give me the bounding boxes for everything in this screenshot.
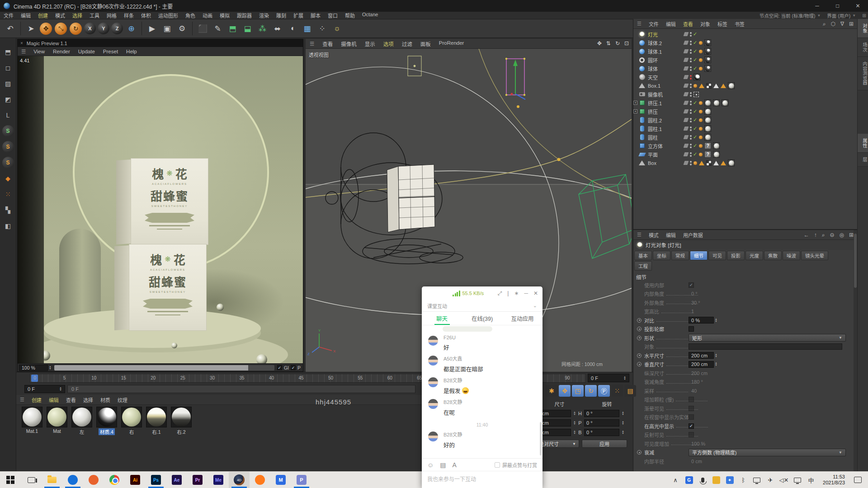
emoji-icon[interactable]: ☺: [427, 461, 434, 469]
enabled-check-icon[interactable]: ✓: [693, 48, 697, 54]
chat-section-dropdown[interactable]: 课堂互动⌄: [422, 300, 542, 312]
enabled-check-icon[interactable]: ✓: [693, 143, 697, 149]
live-selection-icon[interactable]: ➤: [24, 21, 38, 36]
edges-mode-icon[interactable]: S: [2, 157, 14, 169]
material-item[interactable]: 材质.4: [95, 407, 118, 435]
taskbar-clock[interactable]: 11:53 2021/8/23: [818, 474, 849, 486]
visibility-dots[interactable]: [690, 32, 692, 37]
stepper-icon[interactable]: ▲▼: [573, 430, 576, 435]
hamburger-icon[interactable]: ☰: [21, 48, 26, 55]
phong-tag[interactable]: [699, 41, 703, 45]
viewport-menu-面板[interactable]: 面板: [416, 40, 435, 47]
scale-icon[interactable]: ⤡: [55, 23, 67, 35]
在高光中显示-checkbox[interactable]: [689, 423, 694, 429]
enabled-check-icon[interactable]: ✓: [693, 100, 697, 106]
light-tool-icon[interactable]: ☼: [330, 21, 344, 36]
render-view-icon[interactable]: ▶: [145, 21, 160, 36]
tab-焦散[interactable]: 焦散: [764, 251, 782, 260]
attr-menu-编辑[interactable]: 编辑: [662, 231, 679, 239]
render-settings-icon[interactable]: ⚙: [175, 21, 189, 36]
phong-tag[interactable]: [699, 153, 703, 156]
material-tag[interactable]: [704, 65, 711, 72]
material-tag[interactable]: [722, 99, 728, 106]
notification-center-icon[interactable]: [854, 477, 862, 483]
object-row[interactable]: 球体✓: [633, 64, 857, 73]
uc-browser[interactable]: [250, 472, 270, 488]
selection-tag[interactable]: [721, 84, 726, 88]
lock-y-icon[interactable]: Y: [98, 23, 109, 34]
key-scale-icon[interactable]: ◳: [572, 385, 584, 397]
start-button[interactable]: [0, 472, 21, 488]
material-menu-纹理[interactable]: 纹理: [114, 396, 131, 404]
tab-细节[interactable]: 细节: [690, 251, 708, 260]
visibility-dots[interactable]: [690, 109, 692, 114]
衰减-dropdown[interactable]: 平方倒数 (物理精度)▼: [689, 449, 846, 456]
viewport-menu-ProRender[interactable]: ProRender: [435, 40, 468, 47]
target-icon[interactable]: ◎: [839, 232, 844, 238]
chat-tab-聊天[interactable]: 聊天: [422, 312, 462, 325]
material-tag[interactable]: [704, 99, 711, 106]
visibility-dots[interactable]: [690, 118, 692, 122]
viewport-menu-查看[interactable]: 查看: [318, 40, 337, 47]
spline-pen-icon[interactable]: ✎: [210, 21, 225, 36]
path-icon[interactable]: ⬡: [830, 21, 835, 27]
up-icon[interactable]: ↑: [814, 232, 817, 238]
material-item[interactable]: 右: [120, 407, 143, 435]
volume-icon[interactable]: ⬓: [240, 21, 255, 36]
material-tag[interactable]: [704, 117, 711, 123]
tray-bluetooth-icon[interactable]: ᛒ: [737, 472, 750, 488]
enabled-check-icon[interactable]: ✓: [693, 134, 697, 140]
side-tab-场次[interactable]: 场次: [858, 38, 868, 57]
material-thumbnail[interactable]: [171, 407, 192, 427]
minimize-icon[interactable]: ─: [524, 290, 528, 296]
object-name[interactable]: Box: [648, 160, 682, 166]
panel-icon[interactable]: ⊞: [849, 21, 854, 27]
phong-tag[interactable]: [699, 118, 703, 122]
visibility-dots[interactable]: [690, 41, 692, 45]
menu-Octane[interactable]: Octane: [359, 12, 382, 19]
material-tag[interactable]: [713, 99, 720, 106]
visibility-dots[interactable]: [690, 92, 692, 97]
viewport-pan-icon[interactable]: ✥: [597, 40, 602, 47]
layout-panel-icon[interactable]: ⊞: [862, 13, 866, 18]
viewport-menu-显示[interactable]: 显示: [361, 40, 379, 47]
object-name[interactable]: 圆柱.2: [648, 117, 682, 124]
material-tag[interactable]: [704, 39, 711, 46]
stepper-icon[interactable]: ▲▼: [715, 353, 717, 358]
phong-tag[interactable]: [699, 127, 703, 131]
texture-mode-icon[interactable]: ▨: [2, 78, 14, 89]
unknown-texture-tag[interactable]: ?: [704, 142, 711, 149]
chat-tab-互动应用[interactable]: 互动应用: [502, 312, 542, 325]
stepper-icon[interactable]: ▲▼: [573, 411, 576, 416]
menu-编辑[interactable]: 编辑: [17, 12, 34, 19]
selection-tag[interactable]: [721, 161, 726, 165]
visibility-dots[interactable]: [690, 144, 692, 148]
key-rotation-icon[interactable]: ↻: [585, 385, 597, 397]
progressive-checkbox[interactable]: [291, 365, 296, 370]
menu-渲染[interactable]: 渲染: [255, 12, 273, 19]
snap-enable-icon[interactable]: ⁙: [2, 188, 14, 200]
cinema4d[interactable]: 4D: [229, 472, 250, 488]
p-app[interactable]: P: [291, 472, 312, 488]
object-row[interactable]: 摄像机: [633, 90, 857, 99]
tray-volume-muted-icon[interactable]: ◁✕: [778, 472, 790, 488]
chat-scrollbar[interactable]: [540, 422, 542, 455]
m-app[interactable]: M: [270, 472, 291, 488]
lock-workplane-icon[interactable]: ◧: [2, 220, 14, 232]
render-picture-icon[interactable]: ▣: [160, 21, 175, 36]
layer-chip-tag[interactable]: [684, 118, 689, 122]
visibility-dots-off[interactable]: [690, 75, 692, 80]
phong-tag[interactable]: [699, 58, 703, 62]
object-name[interactable]: 圆柱.1: [648, 125, 682, 132]
model-mode-icon[interactable]: ◻: [2, 62, 14, 74]
material-thumbnail[interactable]: [71, 407, 92, 427]
keyframe-circle-icon[interactable]: [637, 336, 642, 340]
chrome[interactable]: [104, 472, 125, 488]
layer-chip-tag[interactable]: [684, 41, 689, 45]
side-tab-层[interactable]: 层: [858, 153, 868, 167]
tray-network-icon[interactable]: [791, 472, 804, 488]
visibility-dots[interactable]: [690, 84, 692, 88]
polygons-mode-icon[interactable]: ◆: [2, 173, 14, 184]
timeline-panel-icon[interactable]: ▤: [624, 385, 636, 397]
material-thumbnail[interactable]: [146, 407, 167, 427]
